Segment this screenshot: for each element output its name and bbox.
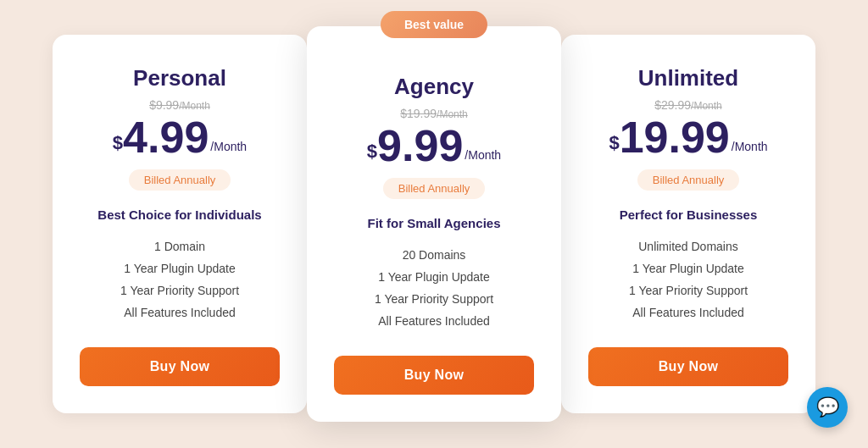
- feature-item: 1 Year Plugin Update: [80, 257, 280, 279]
- original-price-unlimited: $29.99/Month: [588, 98, 788, 112]
- feature-item: 1 Year Plugin Update: [588, 257, 788, 279]
- price-amount: 4.99: [123, 115, 209, 159]
- current-price-personal: $ 4.99 /Month: [80, 115, 280, 159]
- plan-name-personal: Personal: [80, 65, 280, 91]
- plan-name-agency: Agency: [334, 74, 534, 100]
- plan-tagline-unlimited: Perfect for Businesses: [588, 207, 788, 222]
- features-list-agency: 20 Domains1 Year Plugin Update1 Year Pri…: [334, 244, 534, 332]
- buy-button-personal[interactable]: Buy Now: [80, 347, 280, 386]
- features-list-unlimited: Unlimited Domains1 Year Plugin Update1 Y…: [588, 235, 788, 324]
- pricing-card-personal: Personal $9.99/Month $ 4.99 /Month Bille…: [53, 35, 307, 413]
- pricing-card-unlimited: Unlimited $29.99/Month $ 19.99 /Month Bi…: [561, 35, 815, 413]
- price-amount: 19.99: [620, 115, 730, 159]
- current-price-unlimited: $ 19.99 /Month: [588, 115, 788, 159]
- original-price-agency: $19.99/Month: [334, 107, 534, 120]
- features-list-personal: 1 Domain1 Year Plugin Update1 Year Prior…: [80, 235, 280, 324]
- feature-item: 1 Year Priority Support: [80, 279, 280, 301]
- feature-item: All Features Included: [588, 301, 788, 324]
- feature-item: 1 Year Plugin Update: [334, 266, 534, 288]
- pricing-container: Personal $9.99/Month $ 4.99 /Month Bille…: [17, 26, 851, 422]
- buy-button-unlimited[interactable]: Buy Now: [588, 347, 788, 386]
- billed-annually-agency: Billed Annually: [383, 178, 486, 199]
- feature-item: All Features Included: [80, 301, 280, 324]
- plan-tagline-agency: Fit for Small Agencies: [334, 216, 534, 230]
- feature-item: Unlimited Domains: [588, 235, 788, 257]
- price-per-month: /Month: [732, 141, 768, 152]
- price-dollar: $: [113, 134, 123, 152]
- pricing-card-agency: Best value Agency $19.99/Month $ 9.99 /M…: [307, 26, 561, 422]
- price-per-month: /Month: [465, 149, 501, 161]
- chat-icon: 💬: [816, 396, 839, 418]
- best-value-badge: Best value: [381, 11, 487, 38]
- chat-button[interactable]: 💬: [807, 387, 848, 428]
- current-price-agency: $ 9.99 /Month: [334, 124, 534, 168]
- price-amount: 9.99: [377, 124, 463, 168]
- feature-item: 1 Year Priority Support: [588, 279, 788, 301]
- price-dollar: $: [367, 142, 377, 161]
- feature-item: 20 Domains: [334, 244, 534, 266]
- billed-annually-unlimited: Billed Annually: [637, 169, 740, 191]
- feature-item: 1 Year Priority Support: [334, 288, 534, 310]
- price-dollar: $: [609, 134, 619, 152]
- plan-tagline-personal: Best Choice for Individuals: [80, 207, 280, 222]
- original-price-personal: $9.99/Month: [80, 98, 280, 112]
- billed-annually-personal: Billed Annually: [129, 169, 231, 191]
- feature-item: All Features Included: [334, 310, 534, 332]
- buy-button-agency[interactable]: Buy Now: [334, 356, 534, 395]
- feature-item: 1 Domain: [80, 235, 280, 257]
- plan-name-unlimited: Unlimited: [588, 65, 788, 91]
- price-per-month: /Month: [210, 141, 247, 152]
